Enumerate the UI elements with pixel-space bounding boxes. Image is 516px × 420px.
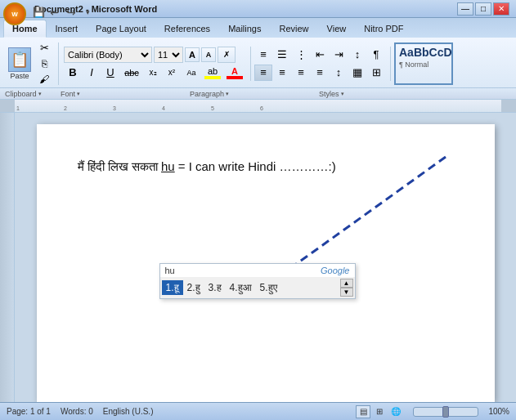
tab-view[interactable]: View <box>318 20 356 38</box>
tab-page-layout[interactable]: Page Layout <box>87 20 155 38</box>
font-section-label: Font ▾ <box>61 90 190 98</box>
format-painter-button[interactable]: 🖌 <box>35 72 53 87</box>
ac-item-2[interactable]: 2.हु <box>183 280 204 295</box>
undo-button[interactable]: ↩ <box>47 5 62 20</box>
shading-button[interactable]: ▦ <box>348 65 366 81</box>
ac-item-3[interactable]: 3.ह <box>204 280 226 295</box>
tab-references[interactable]: References <box>155 20 219 38</box>
ac-scroll-up[interactable]: ▲ <box>340 279 353 288</box>
ruler-right-margin <box>501 100 516 112</box>
font-shrink-button[interactable]: A <box>201 47 216 62</box>
paragraph-group: ≡ ☰ ⋮ ⇤ ⇥ ↕ ¶ ≡ ≡ ≡ ≡ ↕ ▦ ⊞ <box>254 47 391 81</box>
minimize-button[interactable]: — <box>457 2 473 16</box>
close-button[interactable]: ✕ <box>493 2 509 16</box>
font-size-select[interactable]: 11 <box>154 47 183 63</box>
style-preview-text: AaBbCcD <box>399 46 452 59</box>
highlight-button[interactable]: ab <box>208 66 218 76</box>
ac-item-4[interactable]: 4.हुआ <box>226 280 256 295</box>
zoom-level: 100% <box>488 407 509 416</box>
borders-button[interactable]: ⊞ <box>367 65 385 81</box>
superscript-button[interactable]: x² <box>163 65 181 81</box>
document-area: मैं हिंदी लिख सकता hu = I can write Hind… <box>0 113 516 402</box>
increase-indent-button[interactable]: ⇥ <box>330 47 348 63</box>
sort-button[interactable]: ↕ <box>348 47 366 63</box>
clipboard-group: 📋 Paste ✂ ⎘ 🖌 <box>5 42 59 85</box>
document-page[interactable]: मैं हिंदी लिख सकता hu = I can write Hind… <box>37 124 495 402</box>
copy-button[interactable]: ⎘ <box>35 56 53 71</box>
clear-format-button[interactable]: ✗ <box>218 47 236 63</box>
english-text: = I can write Hindi …………:) <box>178 157 336 176</box>
multilevel-list-button[interactable]: ⋮ <box>292 47 310 63</box>
font-name-select[interactable]: Calibri (Body) <box>64 47 152 63</box>
font-group: Calibri (Body) 11 A A ✗ B I U abc x₂ x² … <box>64 47 251 81</box>
subscript-button[interactable]: x₂ <box>144 65 162 81</box>
cut-button[interactable]: ✂ <box>35 41 53 56</box>
word-count: Words: 0 <box>61 407 93 416</box>
maximize-button[interactable]: □ <box>475 2 491 16</box>
line-spacing-button[interactable]: ↕ <box>330 65 348 81</box>
print-layout-view[interactable]: ▤ <box>356 405 370 418</box>
save-quick-button[interactable]: 💾 <box>31 5 46 20</box>
align-left-button[interactable]: ≡ <box>254 65 272 81</box>
styles-section-label: Styles ▾ <box>319 90 344 98</box>
zoom-slider[interactable] <box>413 407 478 417</box>
bullets-button[interactable]: ≡ <box>254 47 272 63</box>
font-grow-button[interactable]: A <box>185 47 200 62</box>
ac-item-1[interactable]: 1.हू <box>162 280 183 295</box>
window-controls: — □ ✕ <box>457 2 509 16</box>
hindi-text: मैं हिंदी लिख सकता <box>78 157 159 176</box>
typed-text: hu <box>161 157 175 176</box>
autocomplete-popup[interactable]: hu Google 1.हू 2.हु 3.ह <box>159 263 356 299</box>
web-layout-view[interactable]: 🌐 <box>388 405 403 418</box>
ruler-left-margin <box>0 100 15 112</box>
font-color-button[interactable]: A <box>231 66 238 76</box>
style-normal-box[interactable]: AaBbCcD ¶ Normal <box>394 42 453 85</box>
show-marks-button[interactable]: ¶ <box>367 47 385 63</box>
decrease-indent-button[interactable]: ⇤ <box>311 47 329 63</box>
numbering-button[interactable]: ☰ <box>273 47 291 63</box>
ac-google-label: Google <box>321 266 349 275</box>
clipboard-section-label: Clipboard ▾ <box>5 90 61 98</box>
align-right-button[interactable]: ≡ <box>292 65 310 81</box>
redo-button[interactable]: ↪ <box>64 5 79 20</box>
ac-scroll-buttons: ▲ ▼ <box>340 279 353 297</box>
ac-scroll-down[interactable]: ▼ <box>340 288 353 297</box>
paste-button[interactable]: 📋 Paste <box>5 45 34 83</box>
page-count: Page: 1 of 1 <box>7 407 51 416</box>
document-text-line: मैं हिंदी लिख सकता hu = I can write Hind… <box>78 157 454 176</box>
horizontal-ruler: 1 2 3 4 5 6 <box>15 100 501 112</box>
ac-items-row: 1.हू 2.हु 3.ह 4.हुआ 5.हुए <box>160 277 355 298</box>
align-center-button[interactable]: ≡ <box>273 65 291 81</box>
view-buttons: ▤ ⊞ 🌐 <box>356 405 403 418</box>
italic-button[interactable]: I <box>83 65 101 81</box>
customize-qa-button[interactable]: ▾ <box>80 5 95 20</box>
style-name-label: ¶ Normal <box>399 60 429 69</box>
justify-button[interactable]: ≡ <box>311 65 329 81</box>
office-button[interactable]: W <box>3 2 26 25</box>
language: English (U.S.) <box>103 407 154 416</box>
tab-nitro[interactable]: Nitro PDF <box>355 20 412 38</box>
ac-header: hu Google <box>160 264 355 277</box>
ac-typed-text: hu <box>165 266 175 275</box>
paragraph-section-label: Paragraph ▾ <box>190 90 319 98</box>
vertical-ruler <box>0 113 15 402</box>
tab-review[interactable]: Review <box>270 20 317 38</box>
tab-mailings[interactable]: Mailings <box>219 20 270 38</box>
status-bar: Page: 1 of 1 Words: 0 English (U.S.) ▤ ⊞… <box>0 402 516 420</box>
full-screen-view[interactable]: ⊞ <box>372 405 387 418</box>
change-case-button[interactable]: Aa <box>182 65 201 81</box>
bold-button[interactable]: B <box>64 65 82 81</box>
styles-group: AaBbCcD ¶ Normal <box>394 42 453 85</box>
strikethrough-button[interactable]: abc <box>120 65 143 81</box>
tab-insert[interactable]: Insert <box>47 20 87 38</box>
ac-item-5[interactable]: 5.हुए <box>256 280 281 295</box>
underline-button[interactable]: U <box>101 65 119 81</box>
